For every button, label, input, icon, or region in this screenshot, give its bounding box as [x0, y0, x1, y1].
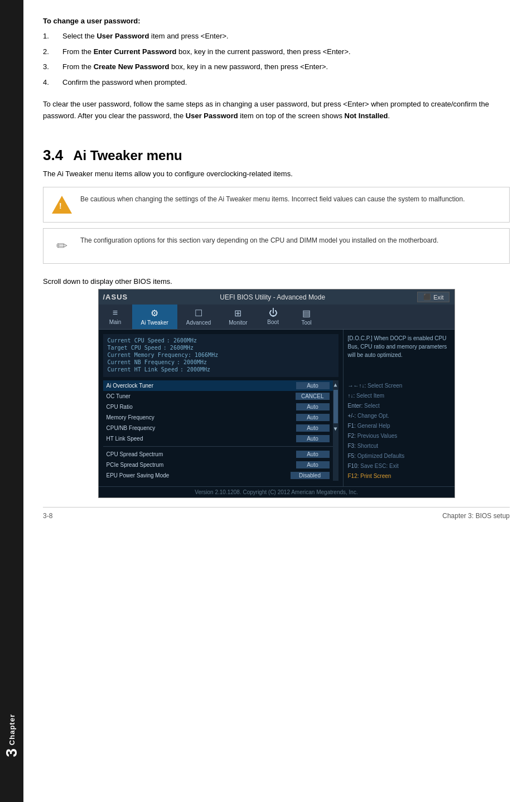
boot-label: Boot — [267, 319, 279, 325]
memory-frequency-label: Memory Frequency — [107, 414, 154, 421]
section-num: 3.4 — [43, 147, 63, 164]
exit-icon: ⬛ — [423, 293, 431, 301]
info-row-current-cpu: Current CPU Speed : 2600MHz — [108, 337, 334, 344]
monitor-icon: ⊞ — [234, 308, 241, 318]
info-row-ht-link: Current HT Link Speed : 2000MHz — [108, 366, 334, 373]
monitor-label: Monitor — [229, 320, 247, 326]
section-heading: 3.4 Ai Tweaker menu — [43, 147, 510, 164]
bios-nav-advanced[interactable]: ☐ Advanced — [177, 305, 220, 329]
advanced-label: Advanced — [186, 320, 211, 326]
bold-user-password-2: User Password — [186, 112, 238, 120]
exit-label: Exit — [433, 294, 443, 301]
bios-titlebar: /ASUS UEFI BIOS Utility - Advanced Mode … — [99, 289, 454, 305]
epu-power-saving-value: Disabled — [291, 472, 330, 479]
bios-nav-boot[interactable]: ⏻ Boot — [257, 305, 290, 329]
section-name: Ai Tweaker menu — [73, 148, 182, 163]
notice-note-text: The configuration options for this secti… — [80, 235, 438, 245]
bios-ui: /ASUS UEFI BIOS Utility - Advanced Mode … — [98, 289, 455, 498]
clear-password-para: To clear the user password, follow the s… — [43, 99, 510, 122]
list-item: 2. From the Enter Current Password box, … — [43, 46, 510, 57]
bios-menu-cpu-ratio[interactable]: CPU Ratio Auto — [103, 402, 333, 412]
list-item: 4. Confirm the password when prompted. — [43, 77, 510, 88]
ai-overclock-tuner-label: Ai Overclock Tuner — [107, 383, 153, 389]
bios-menu-body: Ai Overclock Tuner Auto OC Tuner CANCEL … — [103, 380, 338, 481]
advanced-icon: ☐ — [195, 308, 202, 318]
bios-body: Current CPU Speed : 2600MHz Target CPU S… — [99, 330, 454, 486]
tool-icon: ▤ — [302, 308, 311, 318]
bold-enter-current-password: Enter Current Password — [94, 47, 177, 56]
list-item: 3. From the Create New Password box, key… — [43, 61, 510, 73]
bios-right-panel: [D.O.C.P.] When DOCP is enabled CPU Bus,… — [343, 330, 454, 486]
ai-tweaker-label: Ai Tweaker — [141, 320, 168, 326]
main-icon: ≡ — [113, 308, 118, 318]
menu-divider — [103, 446, 333, 447]
bios-logo: /ASUS — [103, 293, 128, 301]
notice-warning: Be cautious when changing the settings o… — [43, 187, 510, 223]
cpu-ratio-value: Auto — [296, 403, 330, 410]
bios-nav-ai-tweaker[interactable]: ⚙ Ai Tweaker — [132, 305, 177, 329]
epu-power-saving-label: EPU Power Saving Mode — [107, 472, 170, 479]
bold-not-installed: Not Installed — [345, 112, 388, 120]
notice-note: ✏ The configuration options for this sec… — [43, 228, 510, 264]
ai-overclock-tuner-value: Auto — [296, 382, 330, 389]
bios-nav-main[interactable]: ≡ Main — [99, 305, 132, 329]
chapter-number: 3 — [3, 748, 21, 757]
scroll-note: Scroll down to display other BIOS items. — [43, 277, 510, 286]
cpu-ratio-label: CPU Ratio — [107, 404, 133, 410]
bios-menu-epu-power-saving[interactable]: EPU Power Saving Mode Disabled — [103, 470, 333, 481]
note-icon: ✏ — [51, 235, 72, 257]
chapter-ref: Chapter 3: BIOS setup — [442, 512, 510, 520]
ai-tweaker-icon: ⚙ — [151, 308, 158, 318]
page-number: 3-8 — [43, 512, 52, 520]
bios-scrollbar[interactable]: ▲ ▼ — [333, 380, 338, 481]
oc-tuner-value: CANCEL — [296, 393, 330, 400]
bios-menu-list: Ai Overclock Tuner Auto OC Tuner CANCEL … — [103, 380, 333, 481]
bios-left-panel: Current CPU Speed : 2600MHz Target CPU S… — [99, 330, 343, 486]
memory-frequency-value: Auto — [296, 414, 330, 421]
list-item: 1. Select the User Password item and pre… — [43, 31, 510, 42]
bios-menu-cpu-nb-frequency[interactable]: CPU/NB Frequency Auto — [103, 423, 333, 433]
cpu-nb-frequency-label: CPU/NB Frequency — [107, 425, 156, 431]
cpu-nb-frequency-value: Auto — [296, 424, 330, 432]
bios-menu-cpu-spread-spectrum[interactable]: CPU Spread Spectrum Auto — [103, 449, 333, 460]
info-row-target-cpu: Target CPU Speed : 2600MHz — [108, 345, 334, 351]
bios-menu-ai-overclock-tuner[interactable]: Ai Overclock Tuner Auto — [103, 380, 333, 391]
bios-nav: ≡ Main ⚙ Ai Tweaker ☐ Advanced ⊞ Monitor… — [99, 305, 454, 330]
bios-info-block: Current CPU Speed : 2600MHz Target CPU S… — [103, 334, 338, 377]
steps-list: 1. Select the User Password item and pre… — [43, 31, 510, 92]
notice-warning-text: Be cautious when changing the settings o… — [80, 194, 465, 204]
chapter-label: Chapter — [8, 714, 16, 745]
bold-user-password: User Password — [96, 32, 149, 40]
bios-footer-text: Version 2.10.1208. Copyright (C) 2012 Am… — [195, 489, 357, 495]
oc-tuner-label: OC Tuner — [107, 393, 130, 399]
ht-link-speed-label: HT Link Speed — [107, 436, 143, 442]
bios-menu-ht-link-speed[interactable]: HT Link Speed Auto — [103, 433, 333, 444]
pcie-spread-spectrum-label: PCIe Spread Spectrum — [107, 462, 164, 468]
scroll-thumb[interactable] — [333, 390, 338, 423]
main-content: To change a user password: 1. Select the… — [23, 0, 532, 802]
ht-link-speed-value: Auto — [296, 435, 330, 442]
bios-menu-oc-tuner[interactable]: OC Tuner CANCEL — [103, 391, 333, 402]
bios-exit-button[interactable]: ⬛ Exit — [417, 292, 449, 302]
main-label: Main — [109, 319, 122, 325]
bios-nav-monitor[interactable]: ⊞ Monitor — [220, 305, 256, 329]
scroll-down-arrow[interactable]: ▼ — [332, 424, 338, 433]
bios-title: UEFI BIOS Utility - Advanced Mode — [220, 293, 325, 301]
bios-nav-tool[interactable]: ▤ Tool — [290, 305, 323, 329]
change-password-heading: To change a user password: — [43, 17, 510, 25]
scroll-up-arrow[interactable]: ▲ — [332, 380, 338, 389]
bios-menu-pcie-spread-spectrum[interactable]: PCIe Spread Spectrum Auto — [103, 460, 333, 470]
cpu-spread-spectrum-value: Auto — [296, 451, 330, 458]
cpu-spread-spectrum-label: CPU Spread Spectrum — [107, 451, 163, 457]
section-desc: The Ai Tweaker menu items allow you to c… — [43, 168, 510, 180]
info-row-memory-freq: Current Memory Frequency: 1066MHz — [108, 352, 334, 358]
bios-help-description: [D.O.C.P.] When DOCP is enabled CPU Bus,… — [348, 334, 450, 359]
tool-label: Tool — [301, 320, 311, 326]
page-footer: 3-8 Chapter 3: BIOS setup — [43, 507, 510, 520]
boot-icon: ⏻ — [269, 308, 278, 318]
chapter-sidebar: Chapter 3 — [0, 0, 23, 802]
bios-menu-memory-frequency[interactable]: Memory Frequency Auto — [103, 412, 333, 423]
bold-create-new-password: Create New Password — [94, 62, 170, 71]
info-row-nb-freq: Current NB Frequency : 2000MHz — [108, 359, 334, 365]
bios-footer: Version 2.10.1208. Copyright (C) 2012 Am… — [99, 486, 454, 497]
